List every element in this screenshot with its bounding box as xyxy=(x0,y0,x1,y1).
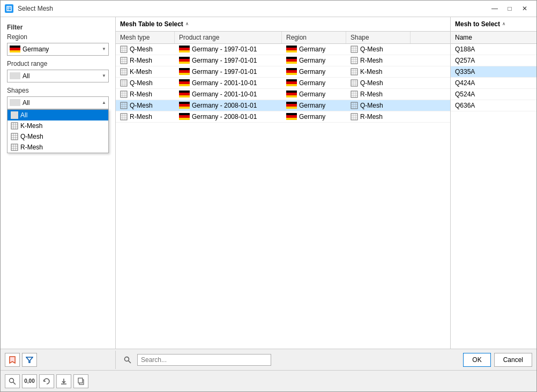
search-button[interactable] xyxy=(120,353,135,367)
table-row[interactable]: R-Mesh Germany - 2001-10-01 Germany R-Me… xyxy=(116,89,450,100)
right-list-item[interactable]: Q188A xyxy=(451,44,536,55)
shapes-option-qmesh-label: Q-Mesh xyxy=(20,133,43,140)
shapes-option-rmesh[interactable]: R-Mesh xyxy=(8,142,108,153)
filter-icon xyxy=(26,356,33,364)
refresh-button[interactable] xyxy=(39,374,54,388)
download-icon xyxy=(60,378,68,385)
cell-region: Germany xyxy=(282,55,346,66)
kmesh-icon xyxy=(11,122,18,130)
flag-icon xyxy=(179,79,190,86)
cell-region: Germany xyxy=(282,66,346,77)
col-header-meshtype[interactable]: Mesh type xyxy=(116,32,175,43)
shape-icon xyxy=(350,91,358,98)
cell-meshtype: K-Mesh xyxy=(116,66,175,77)
bookmark-button[interactable] xyxy=(5,353,20,367)
svg-rect-0 xyxy=(7,6,11,11)
col-productrange-label: Product range xyxy=(179,34,219,41)
product-range-select[interactable]: All ▼ xyxy=(7,70,109,82)
table-row[interactable]: Q-Mesh Germany - 2001-10-01 Germany Q-Me… xyxy=(116,78,450,89)
table-row[interactable]: R-Mesh Germany - 1997-01-01 Germany R-Me… xyxy=(116,55,450,66)
flag-icon xyxy=(179,91,190,97)
search-input[interactable] xyxy=(137,354,271,366)
filter-button[interactable] xyxy=(22,353,37,367)
filter-panel: Filter Region Germany ▼ Product range xyxy=(1,17,116,349)
flag-icon xyxy=(179,102,190,109)
right-col-header[interactable]: Name xyxy=(451,32,536,44)
minimize-button[interactable]: — xyxy=(487,3,502,14)
flag-icon xyxy=(179,68,190,75)
col-header-region[interactable]: Region xyxy=(282,32,346,43)
svg-rect-73 xyxy=(351,102,357,109)
bottom-area: OK Cancel xyxy=(1,349,536,370)
product-range-dropdown-arrow: ▼ xyxy=(102,73,106,78)
right-list-item[interactable]: Q257A xyxy=(451,55,536,66)
flag-icon xyxy=(286,46,297,52)
right-panel-title-text: Mesh to Select xyxy=(455,20,500,28)
shapes-option-all[interactable]: All xyxy=(8,110,108,120)
right-list-item[interactable]: Q524A xyxy=(451,89,536,100)
table-row[interactable]: R-Mesh Germany - 2008-01-01 Germany R-Me… xyxy=(116,111,450,123)
download-button[interactable] xyxy=(56,374,71,388)
cancel-button[interactable]: Cancel xyxy=(494,353,532,367)
svg-rect-8 xyxy=(11,133,18,140)
region-dropdown-arrow: ▼ xyxy=(102,47,106,51)
rmesh-icon xyxy=(11,144,18,151)
cell-productrange: Germany - 2008-01-01 xyxy=(175,100,282,111)
region-select[interactable]: Germany ▼ xyxy=(7,43,109,56)
cell-shape: Q-Mesh xyxy=(346,44,411,55)
right-list-item[interactable]: Q636A xyxy=(451,100,536,111)
shape-icon xyxy=(350,113,358,120)
table-row[interactable]: Q-Mesh Germany - 2008-01-01 Germany Q-Me… xyxy=(116,100,450,111)
shapes-option-all-label: All xyxy=(20,111,27,119)
shapes-value: All xyxy=(23,99,29,107)
shapes-select[interactable]: All ▲ xyxy=(7,96,109,109)
table-row[interactable]: Q-Mesh Germany - 1997-01-01 Germany Q-Me… xyxy=(116,44,450,55)
shape-icon xyxy=(350,57,358,64)
number-tool-button[interactable]: 0,00 xyxy=(22,374,37,388)
cell-productrange: Germany - 1997-01-01 xyxy=(175,55,282,66)
mesh-grid-icon xyxy=(120,91,128,98)
svg-line-90 xyxy=(129,360,131,363)
right-list-item[interactable]: Q424A xyxy=(451,78,536,89)
cell-meshtype: Q-Mesh xyxy=(116,44,175,55)
ok-button[interactable]: OK xyxy=(463,353,490,367)
cell-productrange: Germany - 2008-01-01 xyxy=(175,111,282,122)
svg-rect-95 xyxy=(78,378,83,383)
svg-rect-78 xyxy=(121,114,127,120)
svg-rect-58 xyxy=(121,91,127,97)
title-bar: Select Mesh — □ ✕ xyxy=(1,1,536,17)
cell-region: Germany xyxy=(282,78,346,88)
right-col-name-label: Name xyxy=(455,34,472,41)
shapes-option-qmesh[interactable]: Q-Mesh xyxy=(8,131,108,142)
svg-point-91 xyxy=(10,378,14,382)
window-controls: — □ ✕ xyxy=(487,3,532,14)
table-row[interactable]: K-Mesh Germany - 1997-01-01 Germany K-Me… xyxy=(116,66,450,78)
search-area xyxy=(116,353,463,367)
window-title: Select Mesh xyxy=(18,5,483,12)
cell-region: Germany xyxy=(282,111,346,122)
search-tool-button[interactable] xyxy=(5,374,20,388)
search-tool-icon xyxy=(9,378,16,385)
shapes-option-kmesh[interactable]: K-Mesh xyxy=(8,120,108,131)
close-button[interactable]: ✕ xyxy=(517,3,532,14)
svg-rect-23 xyxy=(351,46,357,52)
copy-button[interactable] xyxy=(73,374,88,388)
svg-rect-18 xyxy=(121,46,127,52)
svg-rect-13 xyxy=(11,144,18,150)
flag-icon xyxy=(286,91,297,97)
refresh-icon xyxy=(43,378,50,385)
shape-icon xyxy=(350,68,358,76)
right-list-item[interactable]: Q335A xyxy=(451,66,536,78)
col-header-shape[interactable]: Shape xyxy=(346,32,411,43)
maximize-button[interactable]: □ xyxy=(502,3,517,14)
flag-icon xyxy=(179,57,190,64)
col-meshtype-label: Mesh type xyxy=(120,34,150,41)
svg-rect-43 xyxy=(351,69,357,75)
flag-icon xyxy=(179,113,190,120)
svg-rect-68 xyxy=(121,102,127,109)
svg-rect-38 xyxy=(121,69,127,75)
cell-meshtype: R-Mesh xyxy=(116,111,175,122)
svg-marker-88 xyxy=(26,357,33,363)
col-header-productrange[interactable]: Product range xyxy=(175,32,282,43)
cell-region: Germany xyxy=(282,100,346,111)
